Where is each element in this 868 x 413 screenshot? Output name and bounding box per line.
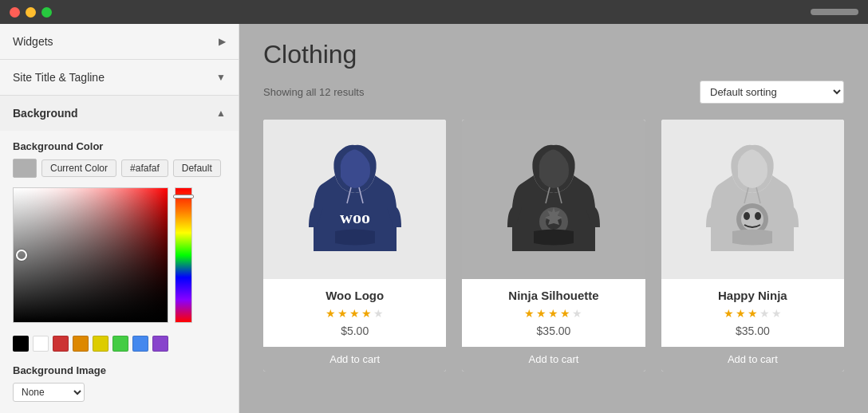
background-section-label: Background [13,107,78,120]
swatch-purple[interactable] [152,336,168,352]
content-area: Clothing Showing all 12 results Default … [239,24,868,413]
bg-image-label: Background Image [13,364,226,376]
color-gradient[interactable] [13,187,168,323]
sidebar-item-site-title[interactable]: Site Title & Tagline ▼ [0,60,239,96]
product-name-woo-logo: Woo Logo [273,289,436,302]
star-5: ★ [771,307,782,320]
background-arrow: ▲ [216,108,226,119]
svg-point-12 [755,212,761,220]
title-bar-resize-handle [811,9,858,15]
swatch-black[interactable] [13,336,29,352]
title-bar [0,0,868,24]
hoodie-happy-ninja [704,136,800,263]
hoodie-ninja [506,136,602,263]
product-card-woo-logo: woo Woo Logo ★ ★ ★ ★ [263,120,446,372]
bg-image-select[interactable]: None Upload [13,383,85,402]
sidebar-item-widgets[interactable]: Widgets ▶ [0,24,239,60]
star-2: ★ [337,307,348,320]
product-image-ninja [462,120,645,279]
product-image-woo-logo: woo [263,120,446,279]
bg-image-select-row: None Upload [13,383,226,402]
add-to-cart-happy-ninja[interactable]: Add to cart [661,347,844,372]
product-card-ninja-silhouette: Ninja Silhouette ★ ★ ★ ★ ★ $35.00 Add to… [462,120,645,372]
star-5: ★ [572,307,582,320]
sidebar-site-title-arrow: ▼ [216,72,226,83]
minimize-button[interactable] [26,7,36,18]
swatch-blue[interactable] [132,336,148,352]
color-swatch[interactable] [13,159,37,178]
current-color-button[interactable]: Current Color [41,159,116,177]
product-card-happy-ninja: Happy Ninja ★ ★ ★ ★ ★ $35.00 Add to cart [661,120,844,372]
swatch-white[interactable] [33,336,49,352]
product-info-happy-ninja: Happy Ninja ★ ★ ★ ★ ★ $35.00 [661,279,844,347]
star-5: ★ [373,307,384,320]
background-header[interactable]: Background ▲ [0,96,239,131]
traffic-lights [10,7,52,18]
page-title: Clothing [263,40,844,69]
svg-point-11 [744,212,750,220]
product-image-happy-ninja [661,120,844,279]
picker-handle[interactable] [16,250,27,261]
star-4: ★ [760,307,770,320]
swatch-yellow[interactable] [93,336,108,352]
hue-handle [173,195,194,199]
star-3: ★ [548,307,558,320]
swatch-orange[interactable] [73,336,89,352]
swatch-row [13,336,226,352]
products-grid: woo Woo Logo ★ ★ ★ ★ [263,120,844,372]
product-stars-happy-ninja: ★ ★ ★ ★ ★ [671,307,834,320]
product-name-ninja: Ninja Silhouette [471,289,635,302]
star-1: ★ [524,307,535,320]
swatch-red[interactable] [53,336,69,352]
product-stars-woo-logo: ★ ★ ★ ★ ★ [273,307,436,320]
gradient-dark-overlay [14,188,168,322]
hex-color-button[interactable]: #afafaf [121,159,168,177]
star-2: ★ [536,307,546,320]
star-3: ★ [748,307,758,320]
product-price-ninja: $35.00 [471,324,635,337]
svg-text:woo: woo [340,207,370,227]
color-picker [13,187,226,323]
product-info-ninja: Ninja Silhouette ★ ★ ★ ★ ★ $35.00 [462,279,645,347]
product-stars-ninja: ★ ★ ★ ★ ★ [471,307,635,320]
sidebar-site-title-label: Site Title & Tagline [13,71,105,84]
hue-slider[interactable] [175,187,192,323]
add-to-cart-woo-logo[interactable]: Add to cart [263,347,446,372]
product-info-woo-logo: Woo Logo ★ ★ ★ ★ ★ $5.00 [263,279,446,347]
bg-color-label: Background Color [13,140,226,152]
default-button[interactable]: Default [173,159,221,177]
close-button[interactable] [10,7,20,18]
sidebar: Widgets ▶ Site Title & Tagline ▼ Backgro… [0,24,239,413]
sorting-select[interactable]: Default sorting Sort by popularity Sort … [700,81,844,104]
swatch-green[interactable] [112,336,128,352]
sidebar-widgets-label: Widgets [13,35,53,48]
product-price-happy-ninja: $35.00 [671,324,834,337]
sidebar-widgets-arrow: ▶ [219,36,226,47]
results-text: Showing all 12 results [263,86,364,98]
results-bar: Showing all 12 results Default sorting S… [263,81,844,104]
star-4: ★ [361,307,372,320]
background-content: Background Color Current Color #afafaf D… [0,131,239,413]
maximize-button[interactable] [41,7,52,18]
star-4: ★ [560,307,570,320]
product-name-happy-ninja: Happy Ninja [671,289,834,302]
star-1: ★ [326,307,336,320]
hoodie-woo-logo: woo [307,136,403,263]
background-section: Background ▲ Background Color Current Co… [0,96,239,413]
add-to-cart-ninja[interactable]: Add to cart [462,347,645,372]
star-2: ★ [736,307,746,320]
color-buttons-row: Current Color #afafaf Default [13,159,226,178]
main-layout: Widgets ▶ Site Title & Tagline ▼ Backgro… [0,24,868,413]
star-3: ★ [349,307,360,320]
star-1: ★ [724,307,734,320]
product-price-woo-logo: $5.00 [273,324,436,337]
